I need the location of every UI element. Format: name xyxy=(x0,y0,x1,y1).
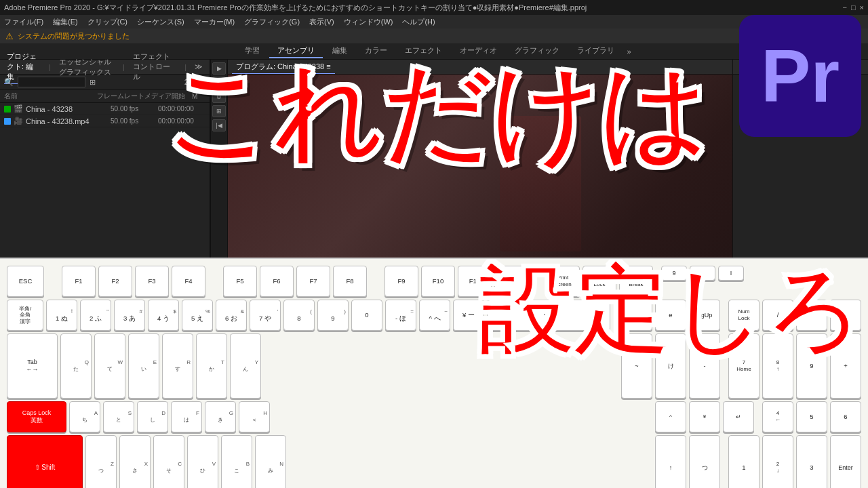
key-num-1[interactable]: 1 xyxy=(728,435,760,488)
key-num-enter[interactable]: Enter xyxy=(830,435,861,488)
key-minus[interactable]: =- ほ xyxy=(385,300,416,331)
key-r[interactable]: Rす xyxy=(162,333,193,399)
window-controls[interactable]: − □ × xyxy=(842,3,864,12)
key-c[interactable]: Cそ xyxy=(153,435,184,488)
key-n[interactable]: Nみ xyxy=(255,435,286,488)
zoom-in-btn[interactable]: ⊕ xyxy=(212,77,226,89)
tab-expand[interactable]: ≫ xyxy=(192,61,205,73)
key-end[interactable]: け xyxy=(655,333,686,399)
key-q[interactable]: Qた xyxy=(60,333,92,399)
key-num-6[interactable]: 6 xyxy=(830,401,861,432)
key-num-7[interactable]: 7Home xyxy=(728,333,760,399)
key-num-8[interactable]: 8↑ xyxy=(762,333,793,399)
key-f4[interactable]: F4 xyxy=(172,266,205,297)
key-x[interactable]: Xさ xyxy=(119,435,151,488)
grid-view-icon[interactable]: ⊞ xyxy=(90,78,96,87)
menu-sequence[interactable]: シーケンス(S) xyxy=(137,17,184,27)
key-9k[interactable]: )9 xyxy=(317,300,349,331)
key-f1[interactable]: F1 xyxy=(62,266,96,297)
key-f10[interactable]: F10 xyxy=(421,266,455,297)
menu-help[interactable]: ヘルプ(H) xyxy=(402,17,435,27)
key-5[interactable]: %5 え xyxy=(182,300,213,331)
key-num-3[interactable]: 3 xyxy=(796,435,827,488)
key-f5[interactable]: F5 xyxy=(223,266,257,297)
key-6[interactable]: &6 お xyxy=(216,300,247,331)
key-d[interactable]: Dし xyxy=(137,401,168,432)
key-f12[interactable]: F12 xyxy=(494,266,528,297)
key-a-caps[interactable]: A xyxy=(690,266,715,281)
key-g[interactable]: Gき xyxy=(205,401,236,432)
key-pgdn-mid[interactable]: - xyxy=(689,333,720,399)
key-f[interactable]: Fは xyxy=(171,401,202,432)
file-item-0[interactable]: 🎬 China - 43238 50.00 fps 00:00:00:00 xyxy=(0,103,210,115)
key-hankaku[interactable]: 半角/全角漢字 xyxy=(7,300,43,331)
key-y[interactable]: Yん xyxy=(230,333,261,399)
key-e-row[interactable]: e xyxy=(655,300,686,331)
key-enter[interactable]: ↵ xyxy=(723,401,754,432)
zoom-out-btn[interactable]: ⊖ xyxy=(212,91,226,103)
ws-tab-graphics[interactable]: グラフィック xyxy=(507,44,568,58)
key-f2[interactable]: F2 xyxy=(98,266,132,297)
ws-tab-effects[interactable]: エフェクト xyxy=(397,44,450,58)
fit-btn[interactable]: ⊞ xyxy=(212,105,226,117)
key-f11[interactable]: F11 xyxy=(458,266,492,297)
selection-tool[interactable]: ▶ xyxy=(212,62,226,75)
key-caps-lock[interactable]: Caps Lock英数 xyxy=(7,401,66,432)
key-del[interactable]: ~ xyxy=(621,333,652,399)
ws-tab-learn[interactable]: 学習 xyxy=(237,44,268,58)
ws-tab-library[interactable]: ライブラリ xyxy=(569,44,623,58)
ws-tab-edit[interactable]: 編集 xyxy=(324,44,355,58)
key-esc[interactable]: ESC xyxy=(7,266,44,297)
menu-view[interactable]: 表示(V) xyxy=(309,17,334,27)
maximize-btn[interactable]: □ xyxy=(851,3,856,12)
program-monitor-tab[interactable]: プログラム: China - 43238 ≡ xyxy=(232,60,335,74)
ws-tab-color[interactable]: カラー xyxy=(357,44,395,58)
menu-marker[interactable]: マーカー(M) xyxy=(194,17,235,27)
menu-window[interactable]: ウィンドウ(W) xyxy=(344,17,393,27)
key-num-5[interactable]: 5 xyxy=(796,401,827,432)
key-7[interactable]: '7 や xyxy=(250,300,281,331)
key-yen[interactable]: ¥ ー xyxy=(453,300,484,331)
key-0[interactable]: 0 xyxy=(351,300,382,331)
key-f3[interactable]: F3 xyxy=(135,266,169,297)
menu-file[interactable]: ファイル(F) xyxy=(4,17,43,27)
key-v[interactable]: Vひ xyxy=(187,435,218,488)
key-semicolon-r[interactable]: ^ xyxy=(655,401,686,432)
key-shift-r2[interactable]: つ xyxy=(689,435,720,488)
key-9-num[interactable]: 9 xyxy=(661,266,687,281)
ws-tab-audio[interactable]: オーディオ xyxy=(452,44,505,58)
menu-edit[interactable]: 編集(E) xyxy=(53,17,78,27)
key-num-4[interactable]: 4← xyxy=(762,401,793,432)
key-pause-break[interactable]: PauseBreak xyxy=(619,266,653,297)
key-1[interactable]: ！1 ぬ xyxy=(46,300,77,331)
key-8[interactable]: (8 xyxy=(283,300,315,331)
key-3[interactable]: #3 あ xyxy=(114,300,145,331)
key-num-plus[interactable]: + xyxy=(830,333,861,399)
key-f8[interactable]: F8 xyxy=(333,266,367,297)
key-num-2[interactable]: 2↓ xyxy=(762,435,793,488)
key-t[interactable]: Tか xyxy=(196,333,227,399)
ws-tab-assembly[interactable]: アセンブリ xyxy=(269,44,323,58)
file-item-1[interactable]: 🎥 China - 43238.mp4 50.00 fps 00:00:00:0… xyxy=(0,115,210,127)
key-scroll-lock[interactable]: ScrollLock xyxy=(583,266,616,297)
key-dot-r[interactable]: ↑ xyxy=(655,435,686,488)
key-i-indicator[interactable]: I xyxy=(718,266,744,281)
ws-tab-more[interactable]: » xyxy=(627,47,631,56)
minimize-btn[interactable]: − xyxy=(842,3,846,12)
key-2[interactable]: "2 ふ xyxy=(80,300,111,331)
key-num-mul[interactable]: * xyxy=(796,300,827,331)
key-caret[interactable]: ~^ へ xyxy=(419,300,450,331)
key-e[interactable]: Eい xyxy=(128,333,159,399)
search-input[interactable] xyxy=(18,77,85,87)
key-print-screen[interactable]: PrintScreen xyxy=(546,266,580,297)
key-num-div[interactable]: / xyxy=(762,300,793,331)
key-4[interactable]: $4 う xyxy=(148,300,179,331)
key-ins[interactable]: ~ xyxy=(621,300,652,331)
key-h[interactable]: H< xyxy=(239,401,270,432)
key-a[interactable]: Aち xyxy=(69,401,100,432)
key-f7[interactable]: F7 xyxy=(296,266,330,297)
close-btn[interactable]: × xyxy=(860,3,864,12)
key-numlock[interactable]: NumLock xyxy=(728,300,760,331)
key-num-9[interactable]: 9 xyxy=(796,333,827,399)
key-tab[interactable]: Tab←→ xyxy=(7,333,58,399)
